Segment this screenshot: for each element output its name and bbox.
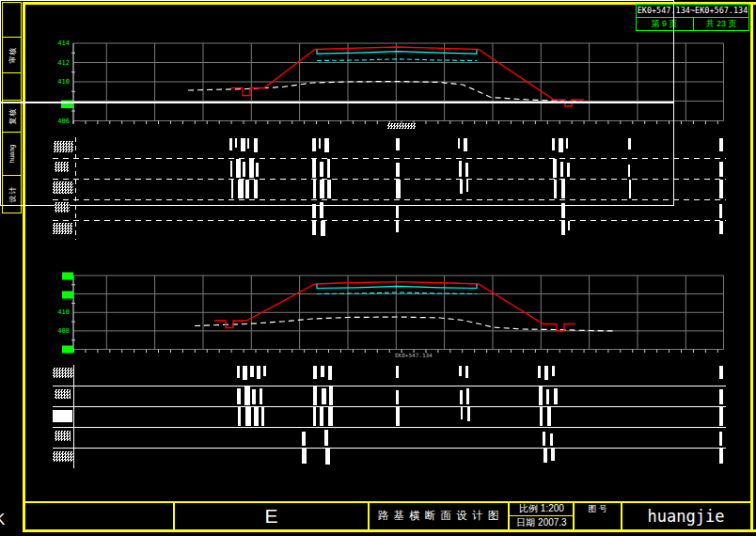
table-label-column-divider xyxy=(75,137,76,240)
table-value-mark xyxy=(396,407,400,426)
table-value-mark xyxy=(257,366,260,380)
table-value-mark xyxy=(539,386,543,405)
table-row-label xyxy=(55,431,71,441)
table-value-mark xyxy=(719,180,723,198)
table-value-mark xyxy=(238,407,241,426)
table-value-mark xyxy=(552,366,555,376)
table-value-mark xyxy=(561,180,565,198)
table-value-mark xyxy=(245,180,249,198)
table-value-mark xyxy=(719,407,723,426)
table-value-mark xyxy=(230,161,232,178)
table-row-separator xyxy=(53,406,727,407)
table-value-mark xyxy=(560,162,563,178)
table-value-mark xyxy=(313,366,317,380)
table-value-mark xyxy=(466,388,469,405)
drawing-no-label: 图 号 xyxy=(575,502,621,515)
table-value-mark xyxy=(459,366,462,376)
table-value-mark xyxy=(254,180,258,198)
table-value-mark xyxy=(719,432,722,447)
table-value-mark xyxy=(544,366,548,381)
table-value-mark xyxy=(325,449,330,465)
scale-text: 比例 1:200 xyxy=(511,502,573,515)
table-value-mark xyxy=(561,221,565,236)
table-value-mark xyxy=(312,138,316,152)
table-value-mark xyxy=(550,434,553,446)
table-value-mark xyxy=(719,138,723,152)
table-row-label xyxy=(55,389,71,399)
table-row-label xyxy=(53,223,72,234)
table-value-mark xyxy=(465,163,468,178)
table-value-mark xyxy=(566,138,568,149)
table-value-mark xyxy=(543,432,545,447)
table-border-section-data-upper xyxy=(0,0,674,102)
table-value-mark xyxy=(260,388,262,405)
corner-glyph: K xyxy=(0,511,5,529)
table-value-mark xyxy=(561,203,565,219)
table-value-mark xyxy=(547,407,551,426)
table-value-mark xyxy=(320,180,324,198)
table-value-mark xyxy=(559,138,563,153)
table-value-mark xyxy=(238,180,244,198)
table-row-label xyxy=(54,141,73,152)
table-row-label xyxy=(55,162,69,172)
table-border-section-data-lower xyxy=(0,102,674,206)
table-value-mark xyxy=(320,202,323,219)
table-value-mark xyxy=(466,180,468,192)
table-value-mark xyxy=(261,407,264,426)
signature: huangjie xyxy=(622,502,749,529)
table-value-mark xyxy=(458,138,460,149)
series-letter: E xyxy=(175,502,368,529)
table-value-mark xyxy=(396,366,399,378)
table-value-mark xyxy=(552,138,555,150)
table-value-mark xyxy=(554,180,557,198)
table-value-mark xyxy=(312,204,316,219)
table-row-label xyxy=(53,181,73,194)
date-text: 日期 2007.3 xyxy=(511,516,573,529)
table-value-mark xyxy=(236,159,241,178)
table-value-mark xyxy=(263,366,266,376)
table-row-separator xyxy=(53,179,727,180)
table-value-mark xyxy=(247,138,249,149)
table-value-mark xyxy=(249,159,254,178)
table-value-mark xyxy=(319,138,321,149)
table-row-label xyxy=(53,368,73,378)
table-value-mark xyxy=(235,138,237,148)
table-value-mark xyxy=(324,430,328,447)
table-value-mark xyxy=(467,407,470,422)
table-value-mark xyxy=(254,407,259,426)
table-value-mark xyxy=(628,138,631,150)
table-value-mark xyxy=(396,390,399,405)
table-value-mark xyxy=(241,138,245,152)
table-row-separator xyxy=(53,448,727,449)
table-value-mark xyxy=(302,449,307,465)
table-value-mark xyxy=(567,163,570,178)
table-value-mark xyxy=(243,366,247,381)
table-value-mark xyxy=(313,386,317,405)
table-value-mark xyxy=(464,138,467,152)
table-value-mark xyxy=(546,389,549,405)
table-value-mark xyxy=(460,180,463,195)
table-value-mark xyxy=(568,221,570,231)
table-value-mark xyxy=(320,407,323,426)
table-row-separator xyxy=(53,158,727,159)
table-value-mark xyxy=(540,407,543,426)
table-value-mark xyxy=(629,180,631,198)
table-value-mark xyxy=(245,407,251,426)
table-row-label xyxy=(53,410,72,422)
table-value-mark xyxy=(719,449,723,465)
table-value-mark xyxy=(322,388,326,405)
table-value-mark xyxy=(313,180,316,198)
table-value-mark xyxy=(312,221,316,236)
table-value-mark xyxy=(719,221,723,235)
table-value-mark xyxy=(628,165,630,177)
table-value-mark xyxy=(229,138,232,150)
table-value-mark xyxy=(461,407,463,419)
table-value-mark xyxy=(719,389,723,405)
table-value-mark xyxy=(460,390,463,405)
table-value-mark xyxy=(237,388,241,405)
table-value-mark xyxy=(321,221,325,237)
table-value-mark xyxy=(324,138,329,153)
drawing-title: 路 基 横 断 面 设 计 图 xyxy=(370,502,508,529)
table-row-separator xyxy=(53,427,727,428)
table-value-mark xyxy=(231,180,233,198)
